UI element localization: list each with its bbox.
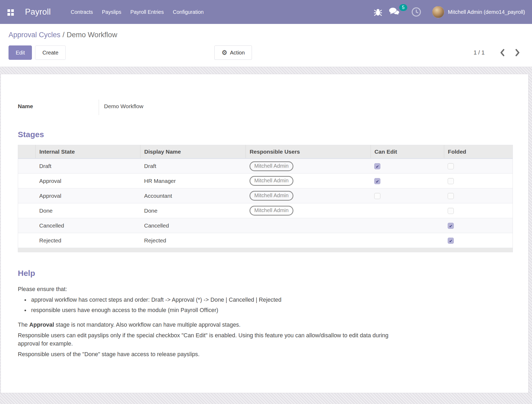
row-handle-cell[interactable] (18, 203, 36, 218)
display-name-cell: Draft (140, 159, 246, 174)
user-name: Mitchell Admin (demo14_payroll) (448, 9, 525, 15)
breadcrumb: Approval Cycles/Demo Workflow (9, 31, 532, 39)
row-handle-cell[interactable] (18, 188, 36, 203)
folded-cell (444, 174, 513, 188)
table-row[interactable]: ApprovalHR ManagerMitchell Admin✔ (18, 174, 513, 188)
bug-icon (374, 7, 382, 16)
column-responsible-users[interactable]: Responsible Users (246, 145, 371, 159)
chevron-right-icon (514, 49, 520, 57)
column-folded[interactable]: Folded (444, 145, 513, 159)
folded-cell (444, 159, 513, 174)
column-can-edit[interactable]: Can Edit (371, 145, 444, 159)
row-handle-cell[interactable] (18, 233, 36, 248)
folded-checkbox[interactable] (448, 208, 454, 214)
table-row[interactable]: DoneDoneMitchell Admin (18, 203, 513, 218)
help-content: Please ensure that: approval workflow ha… (18, 285, 409, 359)
menu-payroll-entries[interactable]: Payroll Entries (126, 6, 168, 18)
user-badge[interactable]: Mitchell Admin (250, 191, 293, 201)
folded-cell (444, 188, 513, 203)
edit-button[interactable]: Edit (9, 45, 32, 60)
user-badge[interactable]: Mitchell Admin (250, 161, 293, 171)
internal-state-cell: Approval (36, 188, 140, 203)
content-background: Name Demo Workflow Stages Internal State… (0, 67, 532, 404)
control-panel-buttons: Edit Create ⚙ Action 1 / 1 (9, 45, 521, 60)
help-bullet-user-access: responsible users have enough access to … (30, 306, 409, 314)
stages-section-title: Stages (18, 130, 511, 139)
can-edit-checkbox[interactable]: ✔ (374, 178, 380, 184)
top-navbar: Payroll Contracts Payslips Payroll Entri… (0, 0, 532, 24)
stages-table-body: DraftDraftMitchell Admin✔ApprovalHR Mana… (18, 159, 513, 248)
folded-checkbox[interactable] (448, 163, 454, 169)
messages-button[interactable]: 5 (385, 5, 404, 19)
row-handle-cell[interactable] (18, 174, 36, 188)
debug-button[interactable] (371, 5, 385, 19)
can-edit-cell: ✔ (371, 159, 444, 174)
can-edit-cell (371, 218, 444, 233)
display-name-cell: Accountant (140, 188, 246, 203)
row-handle-cell[interactable] (18, 159, 36, 174)
display-name-cell: Cancelled (140, 218, 246, 233)
control-panel: Approval Cycles/Demo Workflow Edit Creat… (0, 24, 532, 67)
responsible-users-cell: Mitchell Admin (246, 174, 371, 188)
can-edit-checkbox[interactable]: ✔ (374, 163, 380, 169)
internal-state-cell: Rejected (36, 233, 140, 248)
row-handle-cell[interactable] (18, 218, 36, 233)
internal-state-cell: Draft (36, 159, 140, 174)
responsible-users-cell (246, 218, 371, 233)
pager-value: 1 / 1 (473, 49, 485, 56)
responsible-users-cell: Mitchell Admin (246, 188, 371, 203)
menu-contracts[interactable]: Contracts (66, 6, 97, 18)
internal-state-cell: Approval (36, 174, 140, 188)
help-paragraph-done: Responsible users of the "Done" stage ha… (18, 350, 409, 359)
name-field[interactable]: Demo Workflow (99, 100, 511, 115)
stages-table: Internal State Display Name Responsible … (18, 145, 513, 252)
table-row[interactable]: ApprovalAccountantMitchell Admin (18, 188, 513, 203)
user-badge[interactable]: Mitchell Admin (250, 176, 293, 186)
table-row[interactable]: DraftDraftMitchell Admin✔ (18, 159, 513, 174)
display-name-cell: Rejected (140, 233, 246, 248)
breadcrumb-parent[interactable]: Approval Cycles (9, 31, 60, 39)
help-bullet-workflow-order: approval workflow has correct steps and … (30, 296, 409, 304)
folded-checkbox[interactable]: ✔ (448, 238, 454, 244)
stages-table-footer (18, 248, 513, 252)
responsible-users-cell: Mitchell Admin (246, 203, 371, 218)
help-p1-bold: Approval (29, 322, 54, 328)
table-row[interactable]: CancelledCancelled✔ (18, 218, 513, 233)
pager-next-button[interactable] (513, 48, 521, 58)
clock-icon (411, 7, 421, 17)
column-display-name[interactable]: Display Name (140, 145, 246, 159)
folded-cell: ✔ (444, 218, 513, 233)
form-sheet: Name Demo Workflow Stages Internal State… (1, 74, 529, 393)
name-field-value: Demo Workflow (104, 103, 143, 109)
menu-configuration[interactable]: Configuration (168, 6, 208, 18)
user-menu[interactable]: Mitchell Admin (demo14_payroll) (432, 6, 525, 18)
menu-payslips[interactable]: Payslips (97, 6, 126, 18)
help-bullet-list: approval workflow has correct steps and … (18, 296, 409, 314)
chat-icon (389, 7, 400, 16)
navbar-systray: 5 Mitchell Admin (demo14_payroll) (371, 5, 525, 19)
internal-state-cell: Cancelled (36, 218, 140, 233)
breadcrumb-current: Demo Workflow (67, 31, 117, 39)
column-internal-state[interactable]: Internal State (36, 145, 140, 159)
user-badge[interactable]: Mitchell Admin (250, 206, 293, 216)
folded-checkbox[interactable] (448, 193, 454, 199)
breadcrumb-separator: / (60, 31, 67, 39)
folded-checkbox[interactable] (448, 178, 454, 184)
action-button[interactable]: ⚙ Action (214, 45, 252, 60)
help-paragraph-can-edit: Responsible users can edit payslips only… (18, 331, 409, 348)
help-paragraph-approval: The Approval stage is not mandatory. Als… (18, 321, 409, 329)
gear-icon: ⚙ (222, 49, 227, 56)
apps-menu-icon[interactable] (5, 7, 16, 17)
create-button[interactable]: Create (35, 45, 65, 60)
can-edit-checkbox[interactable] (374, 193, 380, 199)
activities-button[interactable] (408, 5, 425, 19)
pager-previous-button[interactable] (498, 48, 506, 58)
responsible-users-cell (246, 233, 371, 248)
responsible-users-cell: Mitchell Admin (246, 159, 371, 174)
help-p1-suffix: stage is not mandatory. Also workflow ca… (54, 322, 240, 328)
table-row[interactable]: RejectedRejected✔ (18, 233, 513, 248)
app-brand[interactable]: Payroll (25, 7, 51, 17)
chevron-left-icon (500, 49, 505, 57)
display-name-cell: Done (140, 203, 246, 218)
folded-checkbox[interactable]: ✔ (448, 223, 454, 229)
